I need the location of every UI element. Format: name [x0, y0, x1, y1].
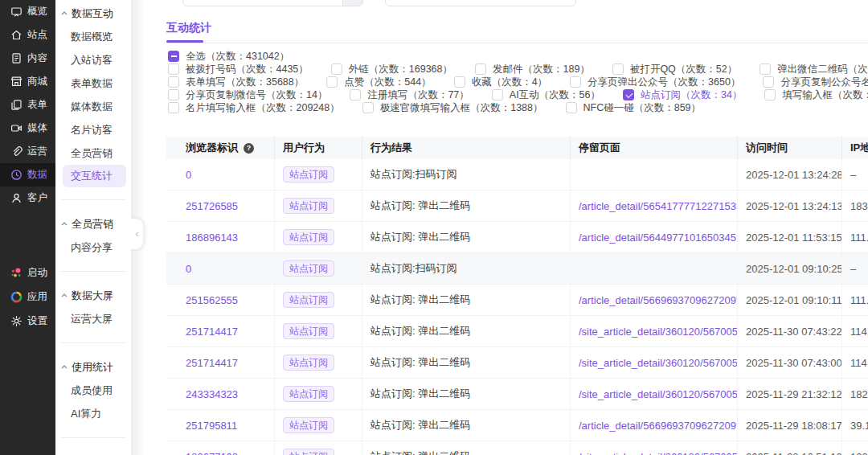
browser-id-link[interactable]: 251795811	[186, 420, 237, 432]
checkbox-filter[interactable]: 发邮件（次数：189）	[475, 63, 590, 76]
menu-group-data-interaction[interactable]: 数据互动	[55, 2, 131, 25]
browser-id-link[interactable]: 0	[186, 169, 191, 181]
main-content: 互动统计 全选（次数：431042） 被拨打号码（次数：4435） 外链（次数：…	[144, 0, 868, 455]
checkbox-filter[interactable]: 名片填写输入框（次数：209248）	[168, 101, 340, 115]
menu-item-data-overview[interactable]: 数据概览	[55, 25, 131, 48]
menu-group-usage-stats[interactable]: 使用统计	[55, 355, 131, 379]
page-link[interactable]: /article_detail/5669693709627209?c...	[579, 420, 738, 432]
browser-id-link[interactable]: 251714417	[186, 326, 238, 338]
checkbox-filter[interactable]: 被拨打号码（次数：4435）	[168, 63, 309, 76]
sidebar-item-settings[interactable]: 设置	[0, 309, 55, 333]
browser-id-link[interactable]: 0	[186, 263, 191, 275]
sidebar-collapse-button[interactable]: ‹	[131, 219, 143, 249]
checkbox-filter-site-subscribe[interactable]: 站点订阅（次数：34）	[623, 88, 742, 102]
sidebar-item-operation[interactable]: 运营	[0, 140, 55, 163]
menu-item-ai-power[interactable]: AI算力	[55, 402, 131, 425]
divider	[60, 342, 126, 343]
menu-item-form-data[interactable]: 表单数据	[55, 72, 131, 95]
menu-item-member-usage[interactable]: 成员使用	[55, 379, 131, 402]
browser-id-link[interactable]: 251562555	[186, 294, 238, 306]
tab-label: 互动统计	[166, 21, 211, 34]
checkbox-filter[interactable]: 分享页复制公众号名称（次数：240）	[763, 76, 868, 89]
menu-item-operation-screen[interactable]: 运营大屏	[55, 307, 131, 330]
filter-input-partial[interactable]	[385, 0, 576, 6]
checkbox-label: 发邮件（次数：189）	[493, 63, 590, 76]
checkbox-filter[interactable]: 填写输入框（次数：516）	[764, 88, 868, 102]
menu-group-all-staff-marketing[interactable]: 全员营销	[55, 212, 131, 236]
sidebar-item-form[interactable]: 表单	[0, 93, 55, 117]
checkbox-label: 全选（次数：431042）	[186, 50, 289, 64]
menu-item-content-share[interactable]: 内容分享	[55, 236, 131, 259]
checkbox-filter[interactable]: AI互动（次数：56）	[492, 88, 600, 102]
menu-item-inbound-visitors[interactable]: 入站访客	[55, 48, 131, 72]
launch-icon	[10, 267, 23, 279]
checkbox-filter[interactable]: 注册填写（次数：77）	[350, 88, 469, 102]
checkbox-icon	[362, 102, 374, 113]
sidebar-item-mall[interactable]: 商城	[0, 70, 55, 93]
browser-id-link[interactable]: 243334323	[186, 388, 238, 400]
visit-time: 2025-11-29 21:32:12	[746, 388, 842, 400]
ip-address: –	[850, 263, 856, 275]
page-link[interactable]: /site_article_detail/360120/5670055...	[579, 388, 738, 400]
browser-id-link[interactable]: 251726585	[186, 200, 238, 212]
page-link[interactable]: /article_detail/5669693709627209?c...	[579, 294, 738, 306]
browser-id-link[interactable]: 186896143	[186, 232, 238, 244]
operation-icon	[10, 146, 23, 158]
help-icon[interactable]: ?	[244, 143, 254, 154]
filter-input-partial[interactable]	[182, 0, 363, 6]
checkbox-icon	[454, 76, 465, 88]
visit-time: 2025-11-29 18:08:17	[746, 420, 842, 432]
menu-item-card-visitors[interactable]: 名片访客	[55, 118, 131, 141]
sidebar-item-apps[interactable]: 应用	[0, 285, 55, 309]
sidebar-item-label: 应用	[27, 290, 47, 304]
ip-address: 111.0.	[850, 294, 868, 306]
checkbox-icon	[168, 64, 179, 75]
sidebar-item-data[interactable]: 数据	[0, 163, 55, 187]
checkbox-filter[interactable]: 弹出微信二维码（次数：631）	[760, 63, 868, 76]
visit-time: 2025-11-30 07:43:22	[746, 326, 842, 338]
page-link[interactable]: /article_detail/5654177771227153?ca...	[579, 200, 738, 212]
checkbox-filter[interactable]: 外链（次数：169368）	[331, 63, 452, 76]
result-text: 站点订阅: 弹出二维码	[371, 387, 470, 401]
menu-group-label: 全员营销	[72, 217, 113, 232]
checkbox-select-all[interactable]: 全选（次数：431042）	[168, 50, 289, 64]
checkbox-filter[interactable]: 收藏（次数：4）	[454, 76, 547, 89]
checkbox-icon	[760, 64, 771, 75]
menu-group-label: 数据互动	[72, 6, 113, 21]
sidebar-item-overview[interactable]: 概览	[0, 0, 55, 23]
checkbox-filter[interactable]: 点赞（次数：544）	[326, 76, 431, 89]
checkbox-checked-icon	[623, 89, 634, 100]
checkbox-filter[interactable]: 分享页弹出公众号（次数：3650）	[570, 76, 740, 89]
checkbox-icon	[612, 64, 624, 75]
result-text: 站点订阅: 弹出二维码	[371, 355, 470, 370]
result-text: 站点订阅: 弹出二维码	[371, 199, 470, 213]
sidebar-item-label: 表单	[27, 98, 47, 112]
page-link[interactable]: /site_article_detail/360120/5670055...	[579, 357, 738, 369]
menu-item-media-data[interactable]: 媒体数据	[55, 95, 131, 118]
checkbox-filter[interactable]: 分享页复制微信号（次数：14）	[168, 88, 327, 102]
page-link[interactable]: /site_article_detail/360120/5670055...	[579, 451, 738, 455]
sidebar-item-customer[interactable]: 客户	[0, 187, 55, 210]
checkbox-filter[interactable]: 极速官微填写输入框（次数：1388）	[362, 101, 543, 115]
browser-id-link[interactable]: 251714417	[186, 357, 238, 369]
column-header-browser-id: 浏览器标识?	[166, 137, 275, 159]
sidebar-item-launch[interactable]: 启动	[0, 260, 55, 285]
menu-item-interaction-stats[interactable]: 交互统计	[63, 165, 126, 187]
menu-item-all-staff-marketing[interactable]: 全员营销	[55, 141, 131, 165]
menu-group-data-screen[interactable]: 数据大屏	[55, 284, 131, 307]
sidebar-item-media[interactable]: 媒体	[0, 117, 55, 140]
sidebar-item-site[interactable]: 站点	[0, 23, 55, 47]
result-text: 站点订阅: 弹出二维码	[371, 324, 470, 338]
browser-id-link[interactable]: 183677103	[186, 451, 238, 455]
page-link[interactable]: /site_article_detail/360120/5670055...	[579, 326, 738, 338]
table-row: 0 站点订阅 站点订阅:扫码订阅 2025-12-01 13:24:28 –	[166, 159, 868, 191]
behavior-badge: 站点订阅	[283, 386, 334, 402]
checkbox-icon	[764, 89, 776, 100]
page-link[interactable]: /article_detail/5644977101650345?c...	[579, 232, 738, 244]
checkbox-filter[interactable]: NFC碰一碰（次数：859）	[566, 101, 702, 115]
sidebar-item-content[interactable]: 内容	[0, 47, 55, 70]
tab-interaction-stats[interactable]: 互动统计	[166, 21, 211, 43]
checkbox-filter[interactable]: 表单填写（次数：35688）	[168, 76, 304, 89]
tab-active-underline	[166, 40, 203, 43]
checkbox-filter[interactable]: 被打开QQ（次数：52）	[612, 63, 737, 76]
